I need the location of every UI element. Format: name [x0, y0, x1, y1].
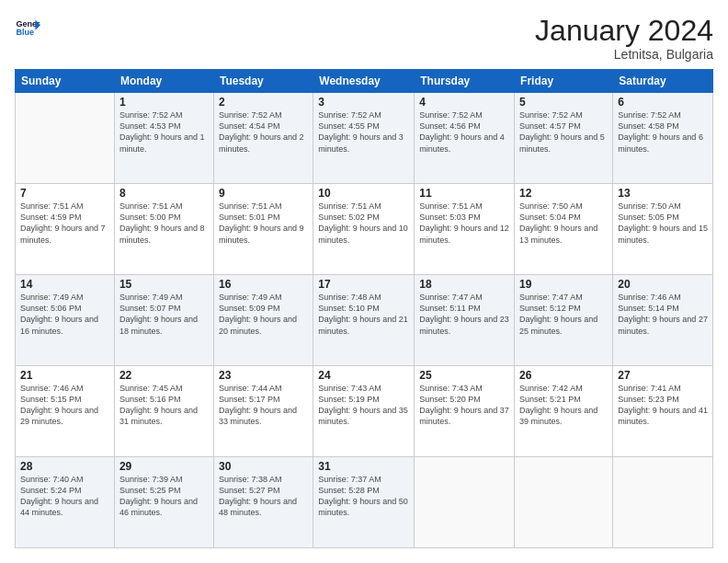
table-row: 5Sunrise: 7:52 AM Sunset: 4:57 PM Daylig…: [515, 93, 613, 184]
table-row: 28Sunrise: 7:40 AM Sunset: 5:24 PM Dayli…: [16, 457, 115, 548]
page: General Blue January 2024 Letnitsa, Bulg…: [0, 0, 728, 563]
title-section: January 2024 Letnitsa, Bulgaria: [535, 15, 713, 62]
table-row: 26Sunrise: 7:42 AM Sunset: 5:21 PM Dayli…: [515, 366, 613, 457]
table-row: 19Sunrise: 7:47 AM Sunset: 5:12 PM Dayli…: [515, 275, 613, 366]
table-row: 6Sunrise: 7:52 AM Sunset: 4:58 PM Daylig…: [613, 93, 713, 184]
day-number: 6: [618, 96, 708, 109]
day-info: Sunrise: 7:52 AM Sunset: 4:56 PM Dayligh…: [419, 109, 509, 155]
day-info: Sunrise: 7:51 AM Sunset: 5:03 PM Dayligh…: [419, 201, 509, 246]
table-row: [16, 93, 115, 184]
table-row: [415, 457, 515, 548]
header-wednesday: Wednesday: [313, 70, 415, 93]
weekday-header-row: Sunday Monday Tuesday Wednesday Thursday…: [16, 70, 713, 93]
calendar-week-row: 1Sunrise: 7:52 AM Sunset: 4:53 PM Daylig…: [16, 93, 713, 184]
day-info: Sunrise: 7:51 AM Sunset: 4:59 PM Dayligh…: [20, 201, 109, 246]
day-info: Sunrise: 7:49 AM Sunset: 5:07 PM Dayligh…: [119, 292, 209, 337]
day-info: Sunrise: 7:48 AM Sunset: 5:10 PM Dayligh…: [318, 292, 409, 337]
day-number: 9: [219, 187, 308, 200]
table-row: 4Sunrise: 7:52 AM Sunset: 4:56 PM Daylig…: [415, 93, 515, 184]
day-info: Sunrise: 7:38 AM Sunset: 5:27 PM Dayligh…: [219, 474, 308, 519]
logo-icon: General Blue: [15, 15, 40, 40]
table-row: 7Sunrise: 7:51 AM Sunset: 4:59 PM Daylig…: [16, 184, 115, 275]
location: Letnitsa, Bulgaria: [535, 47, 713, 62]
table-row: 24Sunrise: 7:43 AM Sunset: 5:19 PM Dayli…: [313, 366, 415, 457]
day-number: 10: [318, 187, 409, 200]
calendar-week-row: 21Sunrise: 7:46 AM Sunset: 5:15 PM Dayli…: [16, 366, 713, 457]
calendar-week-row: 14Sunrise: 7:49 AM Sunset: 5:06 PM Dayli…: [16, 275, 713, 366]
day-number: 15: [119, 278, 209, 291]
day-info: Sunrise: 7:52 AM Sunset: 4:58 PM Dayligh…: [618, 109, 708, 155]
table-row: 2Sunrise: 7:52 AM Sunset: 4:54 PM Daylig…: [213, 93, 313, 184]
table-row: 13Sunrise: 7:50 AM Sunset: 5:05 PM Dayli…: [613, 184, 713, 275]
day-number: 17: [318, 278, 409, 291]
table-row: 16Sunrise: 7:49 AM Sunset: 5:09 PM Dayli…: [213, 275, 313, 366]
day-number: 30: [219, 460, 308, 473]
day-number: 21: [20, 369, 109, 382]
day-info: Sunrise: 7:52 AM Sunset: 4:54 PM Dayligh…: [219, 109, 308, 155]
day-number: 3: [318, 96, 409, 109]
day-number: 27: [618, 369, 708, 382]
header-thursday: Thursday: [415, 70, 515, 93]
table-row: 29Sunrise: 7:39 AM Sunset: 5:25 PM Dayli…: [114, 457, 213, 548]
day-info: Sunrise: 7:43 AM Sunset: 5:20 PM Dayligh…: [419, 383, 509, 428]
table-row: 21Sunrise: 7:46 AM Sunset: 5:15 PM Dayli…: [16, 366, 115, 457]
day-number: 13: [618, 187, 708, 200]
header: General Blue January 2024 Letnitsa, Bulg…: [15, 15, 713, 62]
table-row: 1Sunrise: 7:52 AM Sunset: 4:53 PM Daylig…: [114, 93, 213, 184]
day-info: Sunrise: 7:52 AM Sunset: 4:55 PM Dayligh…: [318, 109, 409, 155]
table-row: 8Sunrise: 7:51 AM Sunset: 5:00 PM Daylig…: [114, 184, 213, 275]
day-number: 2: [219, 96, 308, 109]
day-info: Sunrise: 7:43 AM Sunset: 5:19 PM Dayligh…: [318, 383, 409, 428]
day-info: Sunrise: 7:51 AM Sunset: 5:00 PM Dayligh…: [119, 201, 209, 246]
day-info: Sunrise: 7:50 AM Sunset: 5:04 PM Dayligh…: [519, 201, 608, 246]
header-sunday: Sunday: [16, 70, 115, 93]
day-number: 1: [119, 96, 209, 109]
day-info: Sunrise: 7:41 AM Sunset: 5:23 PM Dayligh…: [618, 383, 708, 428]
logo: General Blue: [15, 15, 40, 40]
day-info: Sunrise: 7:52 AM Sunset: 4:53 PM Dayligh…: [119, 109, 209, 155]
day-info: Sunrise: 7:37 AM Sunset: 5:28 PM Dayligh…: [318, 474, 409, 519]
day-number: 23: [219, 369, 308, 382]
day-number: 11: [419, 187, 509, 200]
table-row: 3Sunrise: 7:52 AM Sunset: 4:55 PM Daylig…: [313, 93, 415, 184]
table-row: 30Sunrise: 7:38 AM Sunset: 5:27 PM Dayli…: [213, 457, 313, 548]
table-row: 31Sunrise: 7:37 AM Sunset: 5:28 PM Dayli…: [313, 457, 415, 548]
table-row: 10Sunrise: 7:51 AM Sunset: 5:02 PM Dayli…: [313, 184, 415, 275]
day-info: Sunrise: 7:49 AM Sunset: 5:06 PM Dayligh…: [20, 292, 109, 337]
day-info: Sunrise: 7:44 AM Sunset: 5:17 PM Dayligh…: [219, 383, 308, 428]
day-info: Sunrise: 7:52 AM Sunset: 4:57 PM Dayligh…: [519, 109, 608, 155]
day-number: 5: [519, 96, 608, 109]
table-row: 17Sunrise: 7:48 AM Sunset: 5:10 PM Dayli…: [313, 275, 415, 366]
day-number: 31: [318, 460, 409, 473]
calendar-table: Sunday Monday Tuesday Wednesday Thursday…: [15, 69, 713, 548]
day-number: 16: [219, 278, 308, 291]
month-title: January 2024: [535, 15, 713, 47]
day-info: Sunrise: 7:50 AM Sunset: 5:05 PM Dayligh…: [618, 201, 708, 246]
day-info: Sunrise: 7:42 AM Sunset: 5:21 PM Dayligh…: [519, 383, 608, 428]
table-row: 20Sunrise: 7:46 AM Sunset: 5:14 PM Dayli…: [613, 275, 713, 366]
table-row: 12Sunrise: 7:50 AM Sunset: 5:04 PM Dayli…: [515, 184, 613, 275]
table-row: 22Sunrise: 7:45 AM Sunset: 5:16 PM Dayli…: [114, 366, 213, 457]
day-number: 29: [119, 460, 209, 473]
day-info: Sunrise: 7:47 AM Sunset: 5:12 PM Dayligh…: [519, 292, 608, 337]
day-info: Sunrise: 7:39 AM Sunset: 5:25 PM Dayligh…: [119, 474, 209, 519]
day-info: Sunrise: 7:45 AM Sunset: 5:16 PM Dayligh…: [119, 383, 209, 428]
table-row: 11Sunrise: 7:51 AM Sunset: 5:03 PM Dayli…: [415, 184, 515, 275]
day-number: 26: [519, 369, 608, 382]
day-number: 7: [20, 187, 109, 200]
day-number: 28: [20, 460, 109, 473]
day-info: Sunrise: 7:51 AM Sunset: 5:01 PM Dayligh…: [219, 201, 308, 246]
table-row: 25Sunrise: 7:43 AM Sunset: 5:20 PM Dayli…: [415, 366, 515, 457]
calendar-week-row: 7Sunrise: 7:51 AM Sunset: 4:59 PM Daylig…: [16, 184, 713, 275]
table-row: [613, 457, 713, 548]
table-row: [515, 457, 613, 548]
day-number: 25: [419, 369, 509, 382]
table-row: 15Sunrise: 7:49 AM Sunset: 5:07 PM Dayli…: [114, 275, 213, 366]
day-info: Sunrise: 7:46 AM Sunset: 5:15 PM Dayligh…: [20, 383, 109, 428]
table-row: 18Sunrise: 7:47 AM Sunset: 5:11 PM Dayli…: [415, 275, 515, 366]
table-row: 9Sunrise: 7:51 AM Sunset: 5:01 PM Daylig…: [213, 184, 313, 275]
svg-text:Blue: Blue: [16, 28, 34, 37]
day-number: 14: [20, 278, 109, 291]
day-number: 24: [318, 369, 409, 382]
day-number: 12: [519, 187, 608, 200]
